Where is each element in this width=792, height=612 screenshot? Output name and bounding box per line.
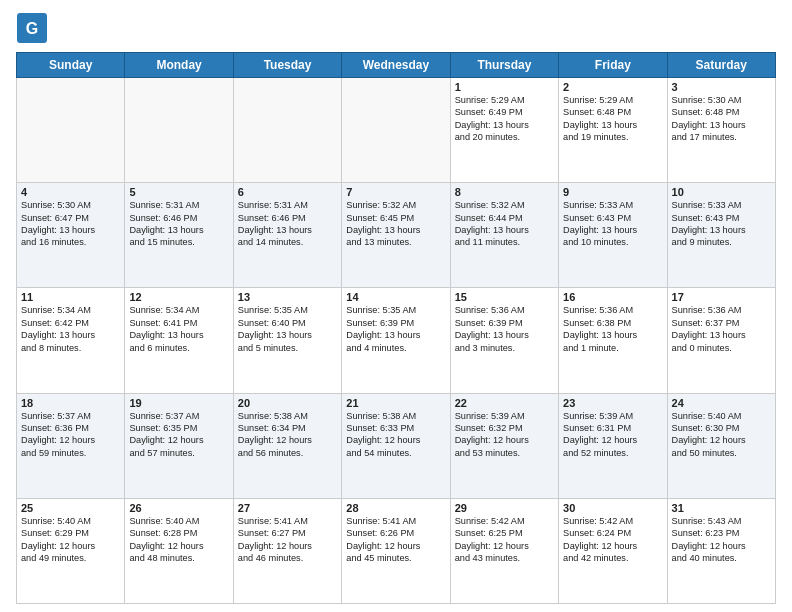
calendar-week-2: 4Sunrise: 5:30 AM Sunset: 6:47 PM Daylig… [17,183,776,288]
day-number: 9 [563,186,662,198]
calendar-cell: 24Sunrise: 5:40 AM Sunset: 6:30 PM Dayli… [667,393,775,498]
day-number: 16 [563,291,662,303]
day-number: 11 [21,291,120,303]
calendar-cell: 28Sunrise: 5:41 AM Sunset: 6:26 PM Dayli… [342,498,450,603]
calendar-cell: 11Sunrise: 5:34 AM Sunset: 6:42 PM Dayli… [17,288,125,393]
day-info: Sunrise: 5:30 AM Sunset: 6:48 PM Dayligh… [672,94,771,144]
calendar-week-4: 18Sunrise: 5:37 AM Sunset: 6:36 PM Dayli… [17,393,776,498]
day-number: 10 [672,186,771,198]
day-info: Sunrise: 5:43 AM Sunset: 6:23 PM Dayligh… [672,515,771,565]
calendar-week-5: 25Sunrise: 5:40 AM Sunset: 6:29 PM Dayli… [17,498,776,603]
day-number: 29 [455,502,554,514]
calendar-cell: 27Sunrise: 5:41 AM Sunset: 6:27 PM Dayli… [233,498,341,603]
calendar-cell [125,78,233,183]
calendar-cell: 18Sunrise: 5:37 AM Sunset: 6:36 PM Dayli… [17,393,125,498]
day-info: Sunrise: 5:41 AM Sunset: 6:26 PM Dayligh… [346,515,445,565]
day-info: Sunrise: 5:31 AM Sunset: 6:46 PM Dayligh… [129,199,228,249]
calendar-week-3: 11Sunrise: 5:34 AM Sunset: 6:42 PM Dayli… [17,288,776,393]
day-info: Sunrise: 5:38 AM Sunset: 6:34 PM Dayligh… [238,410,337,460]
day-info: Sunrise: 5:36 AM Sunset: 6:37 PM Dayligh… [672,304,771,354]
day-info: Sunrise: 5:32 AM Sunset: 6:45 PM Dayligh… [346,199,445,249]
day-number: 22 [455,397,554,409]
svg-text:G: G [26,20,38,37]
calendar-cell: 6Sunrise: 5:31 AM Sunset: 6:46 PM Daylig… [233,183,341,288]
calendar-cell: 12Sunrise: 5:34 AM Sunset: 6:41 PM Dayli… [125,288,233,393]
day-info: Sunrise: 5:40 AM Sunset: 6:30 PM Dayligh… [672,410,771,460]
day-info: Sunrise: 5:39 AM Sunset: 6:31 PM Dayligh… [563,410,662,460]
day-info: Sunrise: 5:33 AM Sunset: 6:43 PM Dayligh… [563,199,662,249]
logo: G [16,12,52,44]
calendar-cell: 29Sunrise: 5:42 AM Sunset: 6:25 PM Dayli… [450,498,558,603]
day-info: Sunrise: 5:36 AM Sunset: 6:38 PM Dayligh… [563,304,662,354]
calendar-cell: 13Sunrise: 5:35 AM Sunset: 6:40 PM Dayli… [233,288,341,393]
day-number: 7 [346,186,445,198]
calendar-cell [342,78,450,183]
day-number: 21 [346,397,445,409]
day-info: Sunrise: 5:42 AM Sunset: 6:25 PM Dayligh… [455,515,554,565]
weekday-header-saturday: Saturday [667,53,775,78]
calendar-cell [17,78,125,183]
day-number: 24 [672,397,771,409]
calendar-cell: 7Sunrise: 5:32 AM Sunset: 6:45 PM Daylig… [342,183,450,288]
day-info: Sunrise: 5:34 AM Sunset: 6:41 PM Dayligh… [129,304,228,354]
calendar-cell [233,78,341,183]
weekday-header-friday: Friday [559,53,667,78]
day-number: 18 [21,397,120,409]
day-number: 13 [238,291,337,303]
day-number: 17 [672,291,771,303]
page: G SundayMondayTuesdayWednesdayThursdayFr… [0,0,792,612]
day-info: Sunrise: 5:31 AM Sunset: 6:46 PM Dayligh… [238,199,337,249]
calendar-cell: 8Sunrise: 5:32 AM Sunset: 6:44 PM Daylig… [450,183,558,288]
calendar-cell: 15Sunrise: 5:36 AM Sunset: 6:39 PM Dayli… [450,288,558,393]
calendar-cell: 10Sunrise: 5:33 AM Sunset: 6:43 PM Dayli… [667,183,775,288]
weekday-header-thursday: Thursday [450,53,558,78]
day-info: Sunrise: 5:35 AM Sunset: 6:40 PM Dayligh… [238,304,337,354]
weekday-header-wednesday: Wednesday [342,53,450,78]
day-info: Sunrise: 5:40 AM Sunset: 6:29 PM Dayligh… [21,515,120,565]
day-number: 30 [563,502,662,514]
day-number: 28 [346,502,445,514]
calendar-cell: 3Sunrise: 5:30 AM Sunset: 6:48 PM Daylig… [667,78,775,183]
day-number: 27 [238,502,337,514]
day-number: 4 [21,186,120,198]
calendar-cell: 26Sunrise: 5:40 AM Sunset: 6:28 PM Dayli… [125,498,233,603]
weekday-header-monday: Monday [125,53,233,78]
calendar-cell: 21Sunrise: 5:38 AM Sunset: 6:33 PM Dayli… [342,393,450,498]
calendar-cell: 20Sunrise: 5:38 AM Sunset: 6:34 PM Dayli… [233,393,341,498]
calendar-cell: 1Sunrise: 5:29 AM Sunset: 6:49 PM Daylig… [450,78,558,183]
day-info: Sunrise: 5:39 AM Sunset: 6:32 PM Dayligh… [455,410,554,460]
calendar-cell: 9Sunrise: 5:33 AM Sunset: 6:43 PM Daylig… [559,183,667,288]
calendar-cell: 22Sunrise: 5:39 AM Sunset: 6:32 PM Dayli… [450,393,558,498]
day-info: Sunrise: 5:30 AM Sunset: 6:47 PM Dayligh… [21,199,120,249]
day-info: Sunrise: 5:35 AM Sunset: 6:39 PM Dayligh… [346,304,445,354]
calendar-body: 1Sunrise: 5:29 AM Sunset: 6:49 PM Daylig… [17,78,776,604]
day-number: 5 [129,186,228,198]
day-number: 20 [238,397,337,409]
calendar-table: SundayMondayTuesdayWednesdayThursdayFrid… [16,52,776,604]
header: G [16,12,776,44]
day-number: 31 [672,502,771,514]
calendar-cell: 25Sunrise: 5:40 AM Sunset: 6:29 PM Dayli… [17,498,125,603]
day-number: 3 [672,81,771,93]
calendar-cell: 2Sunrise: 5:29 AM Sunset: 6:48 PM Daylig… [559,78,667,183]
day-info: Sunrise: 5:33 AM Sunset: 6:43 PM Dayligh… [672,199,771,249]
calendar-cell: 30Sunrise: 5:42 AM Sunset: 6:24 PM Dayli… [559,498,667,603]
day-info: Sunrise: 5:36 AM Sunset: 6:39 PM Dayligh… [455,304,554,354]
calendar-header-row: SundayMondayTuesdayWednesdayThursdayFrid… [17,53,776,78]
day-number: 2 [563,81,662,93]
day-info: Sunrise: 5:37 AM Sunset: 6:36 PM Dayligh… [21,410,120,460]
day-info: Sunrise: 5:32 AM Sunset: 6:44 PM Dayligh… [455,199,554,249]
day-number: 6 [238,186,337,198]
day-number: 23 [563,397,662,409]
day-number: 25 [21,502,120,514]
day-number: 8 [455,186,554,198]
day-info: Sunrise: 5:29 AM Sunset: 6:49 PM Dayligh… [455,94,554,144]
day-info: Sunrise: 5:41 AM Sunset: 6:27 PM Dayligh… [238,515,337,565]
day-info: Sunrise: 5:38 AM Sunset: 6:33 PM Dayligh… [346,410,445,460]
calendar-cell: 5Sunrise: 5:31 AM Sunset: 6:46 PM Daylig… [125,183,233,288]
weekday-header-sunday: Sunday [17,53,125,78]
day-number: 15 [455,291,554,303]
day-number: 19 [129,397,228,409]
calendar-cell: 23Sunrise: 5:39 AM Sunset: 6:31 PM Dayli… [559,393,667,498]
day-info: Sunrise: 5:37 AM Sunset: 6:35 PM Dayligh… [129,410,228,460]
